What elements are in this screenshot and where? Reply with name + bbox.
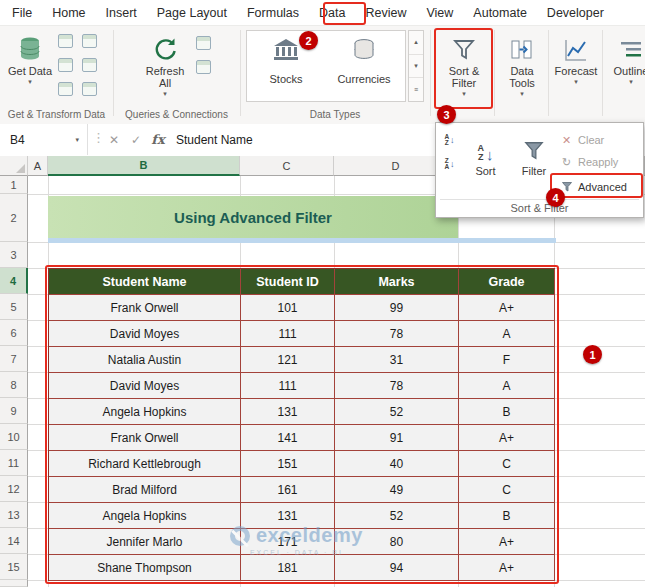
table-cell[interactable]: A+ bbox=[459, 425, 555, 451]
sort-az-button[interactable]: AZ↓ bbox=[439, 130, 460, 150]
table-cell[interactable]: Natalia Austin bbox=[49, 347, 241, 373]
sort-za-button[interactable]: ZA↓ bbox=[439, 154, 460, 174]
forecast-button[interactable]: Forecast ▾ bbox=[552, 30, 600, 108]
row-header[interactable]: 14 bbox=[0, 528, 28, 554]
table-cell[interactable]: 31 bbox=[335, 347, 459, 373]
table-cell[interactable]: David Moyes bbox=[49, 321, 241, 347]
row-header[interactable]: 4 bbox=[0, 268, 28, 294]
table-cell[interactable]: Richard Kettlebrough bbox=[49, 451, 241, 477]
gallery-more-button[interactable]: ≡ bbox=[409, 78, 423, 101]
sort-filter-button[interactable]: Sort & Filter ▾ bbox=[437, 30, 491, 108]
table-cell[interactable]: Brad Milford bbox=[49, 477, 241, 503]
table-cell[interactable]: A bbox=[459, 321, 555, 347]
tab-home[interactable]: Home bbox=[52, 6, 85, 20]
table-cell[interactable]: B bbox=[459, 399, 555, 425]
table-cell[interactable]: 94 bbox=[335, 555, 459, 581]
row-header[interactable]: 10 bbox=[0, 424, 28, 450]
cancel-icon[interactable]: ✕ bbox=[104, 124, 124, 155]
select-all-corner[interactable] bbox=[0, 156, 28, 176]
currencies-item[interactable]: Currencies bbox=[325, 31, 403, 101]
table-header-cell[interactable]: Marks bbox=[335, 269, 459, 295]
table-cell[interactable]: 111 bbox=[241, 321, 335, 347]
table-cell[interactable]: Frank Orwell bbox=[49, 425, 241, 451]
row-header[interactable]: 11 bbox=[0, 450, 28, 476]
table-cell[interactable]: 101 bbox=[241, 295, 335, 321]
tab-review[interactable]: Review bbox=[365, 6, 406, 20]
table-cell[interactable]: Jennifer Marlo bbox=[49, 529, 241, 555]
table-cell[interactable]: 111 bbox=[241, 373, 335, 399]
custom-sort-button[interactable]: AZ↓ Sort bbox=[463, 126, 508, 188]
row-header[interactable]: 15 bbox=[0, 554, 28, 580]
table-cell[interactable]: 40 bbox=[335, 451, 459, 477]
table-cell[interactable]: F bbox=[459, 347, 555, 373]
advanced-menu-item[interactable]: Advanced bbox=[560, 178, 643, 196]
row-header[interactable]: 9 bbox=[0, 398, 28, 424]
tab-page-layout[interactable]: Page Layout bbox=[157, 6, 227, 20]
name-box[interactable]: B4 ▾ bbox=[0, 124, 88, 155]
table-cell[interactable]: David Moyes bbox=[49, 373, 241, 399]
tab-automate[interactable]: Automate bbox=[473, 6, 527, 20]
row-header[interactable]: 13 bbox=[0, 502, 28, 528]
refresh-all-button[interactable]: Refresh All ▾ bbox=[140, 30, 190, 108]
gallery-down-button[interactable]: ▾ bbox=[409, 55, 423, 79]
table-cell[interactable]: 181 bbox=[241, 555, 335, 581]
from-table-icon[interactable] bbox=[58, 58, 73, 72]
column-header-a[interactable]: A bbox=[28, 156, 48, 176]
table-cell[interactable]: 99 bbox=[335, 295, 459, 321]
data-tools-button[interactable]: Data Tools ▾ bbox=[498, 30, 546, 108]
data-source-icon[interactable] bbox=[82, 82, 97, 96]
column-header-c[interactable]: C bbox=[240, 156, 334, 176]
table-header-cell[interactable]: Grade bbox=[459, 269, 555, 295]
gallery-up-button[interactable]: ▴ bbox=[409, 31, 423, 55]
filter-button[interactable]: Filter bbox=[512, 126, 556, 188]
table-cell[interactable]: C bbox=[459, 451, 555, 477]
row-header[interactable] bbox=[0, 580, 28, 587]
table-cell[interactable]: 91 bbox=[335, 425, 459, 451]
enter-icon[interactable]: ✓ bbox=[126, 124, 146, 155]
table-cell[interactable]: 78 bbox=[335, 321, 459, 347]
tab-file[interactable]: File bbox=[12, 6, 32, 20]
table-cell[interactable]: A+ bbox=[459, 555, 555, 581]
column-header-b[interactable]: B bbox=[48, 156, 240, 176]
table-cell[interactable]: Frank Orwell bbox=[49, 295, 241, 321]
formula-input[interactable]: Student Name bbox=[176, 124, 253, 155]
outline-button[interactable]: Outline ▾ bbox=[607, 30, 645, 108]
table-cell[interactable]: A+ bbox=[459, 529, 555, 555]
reapply-menu-item[interactable]: ↻ Reapply bbox=[560, 153, 643, 171]
table-cell[interactable]: 131 bbox=[241, 399, 335, 425]
tab-data[interactable]: Data bbox=[319, 6, 345, 20]
table-cell[interactable]: 78 bbox=[335, 373, 459, 399]
row-header[interactable]: 6 bbox=[0, 320, 28, 346]
table-cell[interactable]: 49 bbox=[335, 477, 459, 503]
sheet-title[interactable]: Using Advanced Filter bbox=[48, 196, 458, 238]
insert-function-icon[interactable]: fx bbox=[148, 124, 168, 155]
row-header[interactable]: 2 bbox=[0, 194, 28, 242]
tab-formulas[interactable]: Formulas bbox=[247, 6, 299, 20]
table-cell[interactable]: 121 bbox=[241, 347, 335, 373]
table-cell[interactable]: 161 bbox=[241, 477, 335, 503]
table-cell[interactable]: A bbox=[459, 373, 555, 399]
row-header[interactable]: 3 bbox=[0, 242, 28, 268]
existing-connections-icon[interactable] bbox=[58, 82, 73, 96]
row-header[interactable]: 1 bbox=[0, 176, 28, 194]
tab-developer[interactable]: Developer bbox=[547, 6, 604, 20]
table-cell[interactable]: Angela Hopkins bbox=[49, 399, 241, 425]
row-header[interactable]: 5 bbox=[0, 294, 28, 320]
from-web-icon[interactable] bbox=[82, 34, 97, 48]
table-cell[interactable]: Angela Hopkins bbox=[49, 503, 241, 529]
table-cell[interactable]: C bbox=[459, 477, 555, 503]
queries-connections-icon[interactable] bbox=[196, 36, 211, 50]
table-cell[interactable]: 151 bbox=[241, 451, 335, 477]
properties-icon[interactable] bbox=[196, 60, 211, 74]
row-header[interactable]: 8 bbox=[0, 372, 28, 398]
row-header[interactable]: 7 bbox=[0, 346, 28, 372]
table-cell[interactable]: 141 bbox=[241, 425, 335, 451]
tab-view[interactable]: View bbox=[426, 6, 453, 20]
table-header-cell[interactable]: Student ID bbox=[241, 269, 335, 295]
table-cell[interactable]: B bbox=[459, 503, 555, 529]
recent-sources-icon[interactable] bbox=[82, 58, 97, 72]
row-header[interactable]: 12 bbox=[0, 476, 28, 502]
tab-insert[interactable]: Insert bbox=[106, 6, 137, 20]
table-cell[interactable]: A+ bbox=[459, 295, 555, 321]
table-cell[interactable]: 52 bbox=[335, 399, 459, 425]
